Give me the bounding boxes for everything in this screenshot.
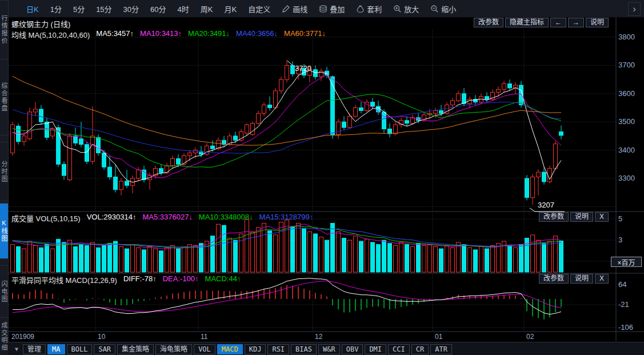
svg-text:3700: 3700 — [618, 61, 635, 69]
svg-text:3400: 3400 — [618, 146, 635, 154]
tab-DMI[interactable]: DMI — [365, 344, 386, 354]
svg-text:64: 64 — [618, 280, 626, 289]
svg-text:-106: -106 — [618, 323, 633, 332]
svg-text:3300: 3300 — [618, 174, 635, 182]
volume-unit-label: ×百万 — [611, 257, 642, 267]
x-axis-label-12: 12 — [315, 333, 322, 341]
low-price-label: 3207 — [538, 201, 554, 209]
svg-text:3800: 3800 — [618, 33, 635, 41]
tab-CR[interactable]: CR — [411, 344, 429, 354]
tab-集金策略[interactable]: 集金策略 — [117, 344, 154, 354]
tab-管理[interactable]: 管理 — [23, 344, 46, 354]
x-axis-label-02: 02 — [526, 333, 534, 341]
tab-OBV[interactable]: OBV — [342, 344, 363, 354]
tab-SAR[interactable]: SAR — [94, 344, 115, 354]
svg-text:3500: 3500 — [618, 117, 635, 126]
tab-海龟策略[interactable]: 海龟策略 — [155, 344, 192, 354]
high-price-label: 3720 — [295, 64, 311, 73]
svg-text:5: 5 — [618, 214, 622, 223]
svg-text:3600: 3600 — [618, 89, 635, 98]
chart-canvas[interactable]: 38003700360035003400330053164-21-106 — [0, 0, 644, 355]
tab-MACD[interactable]: MACD — [217, 344, 243, 354]
app-window: 38003700360035003400330053164-21-106 日K1… — [0, 0, 644, 355]
svg-text:-21: -21 — [618, 300, 629, 309]
tab-KDJ[interactable]: KDJ — [245, 344, 266, 354]
tab-VOL[interactable]: VOL — [194, 344, 215, 354]
tab-BOLL[interactable]: BOLL — [67, 344, 93, 354]
chevron-down-icon[interactable]: ▼ — [10, 346, 23, 352]
tab-MA[interactable]: MA — [47, 344, 65, 354]
x-axis-label-201909: 201909 — [11, 333, 34, 341]
tab-CCI[interactable]: CCI — [388, 344, 410, 354]
indicator-tab-bar: ▼ 管理MABOLLSAR集金策略海龟策略VOLMACDKDJRSIBIASW&… — [8, 342, 644, 355]
svg-text:3: 3 — [618, 236, 622, 244]
x-axis-label-10: 10 — [98, 333, 105, 341]
tab-BIAS[interactable]: BIAS — [291, 344, 317, 354]
tab-RSI[interactable]: RSI — [267, 344, 289, 354]
tab-ATR[interactable]: ATR — [430, 344, 452, 354]
tab-W&R[interactable]: W&R — [318, 344, 340, 354]
x-axis-label-01: 01 — [435, 333, 442, 341]
x-axis-label-11: 11 — [201, 333, 207, 341]
